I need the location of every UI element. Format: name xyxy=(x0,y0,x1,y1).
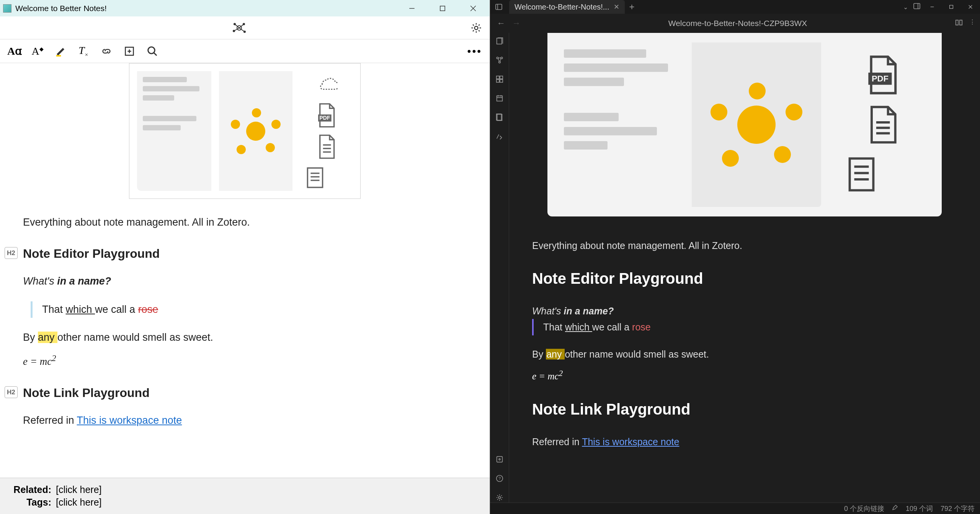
window-title: Welcome to Better Notes! xyxy=(15,4,399,13)
app-icon xyxy=(3,4,11,13)
related-value[interactable]: [click here] xyxy=(56,484,101,495)
svg-rect-61 xyxy=(849,158,873,190)
heading-link-playground: H2Note Link Playground xyxy=(23,383,467,403)
svg-rect-45 xyxy=(497,96,502,101)
link-tool[interactable] xyxy=(100,44,113,58)
referred-in: Referred in This is workspace note xyxy=(23,412,467,429)
vault-icon[interactable] xyxy=(495,454,505,464)
svg-rect-34 xyxy=(950,5,953,9)
clear-format-tool[interactable]: T× xyxy=(77,44,90,58)
search-tool[interactable] xyxy=(145,44,159,58)
tab-close-icon[interactable]: ✕ xyxy=(614,3,619,11)
workspace-note-link[interactable]: This is workspace note xyxy=(582,436,679,447)
svg-point-18 xyxy=(148,47,155,54)
reader-mode-icon[interactable] xyxy=(955,18,963,28)
svg-rect-41 xyxy=(496,76,499,79)
svg-line-19 xyxy=(154,52,157,55)
insert-tool[interactable] xyxy=(122,44,136,58)
close-button[interactable] xyxy=(460,3,487,14)
svg-rect-25 xyxy=(307,168,322,187)
new-tab-button[interactable]: + xyxy=(625,2,639,12)
by-any-other: By any other name would smell as sweet. xyxy=(23,329,467,346)
note-content[interactable]: PDF Everything about note management. Al… xyxy=(509,33,980,503)
svg-rect-14 xyxy=(56,55,61,57)
status-words[interactable]: 109 个词 xyxy=(906,504,933,513)
tags-label: Tags: xyxy=(9,497,51,508)
svg-point-52 xyxy=(499,459,500,460)
files-icon[interactable] xyxy=(495,36,505,46)
nav-forward-icon[interactable]: → xyxy=(512,18,521,28)
zotero-network-icon xyxy=(232,20,247,36)
close-button[interactable] xyxy=(961,1,980,13)
referred-in: Referred in This is workspace note xyxy=(532,434,957,450)
right-sidebar-toggle[interactable] xyxy=(911,2,923,11)
graph-icon[interactable] xyxy=(495,55,505,65)
more-options-icon[interactable]: ⋮ xyxy=(969,18,975,28)
svg-text:PDF: PDF xyxy=(872,74,889,83)
svg-point-13 xyxy=(475,26,478,29)
nav-back-icon[interactable]: ← xyxy=(497,18,505,28)
maximize-button[interactable] xyxy=(942,1,961,13)
heading-playground: H2Note Editor Playground xyxy=(23,244,467,264)
svg-rect-42 xyxy=(500,76,502,79)
daily-note-icon[interactable] xyxy=(495,93,505,103)
canvas-icon[interactable] xyxy=(495,74,505,84)
svg-rect-29 xyxy=(496,4,502,10)
svg-text:PDF: PDF xyxy=(319,115,330,121)
tags-value[interactable]: [click here] xyxy=(56,497,101,508)
zotero-window: Welcome to Better Notes! Aɑ A◆ T× ••• xyxy=(0,0,490,514)
svg-rect-44 xyxy=(500,80,502,82)
header-bar: ← → Welcome-to-Better-Notes!-CZP9B3WX ⋮ xyxy=(490,14,980,33)
svg-rect-37 xyxy=(497,38,501,44)
pdf-file-icon: PDF xyxy=(315,102,338,128)
svg-rect-51 xyxy=(497,457,502,462)
whats-in-a-name: What's in a name? xyxy=(23,273,467,290)
cloud-icon xyxy=(315,71,338,98)
pdf-file-icon: PDF xyxy=(861,54,903,96)
svg-text:?: ? xyxy=(498,476,500,481)
left-sidebar-toggle[interactable] xyxy=(490,3,508,11)
doc-file-icon xyxy=(864,104,901,146)
note-file-icon xyxy=(843,153,880,195)
intro-text: Everything about note management. All in… xyxy=(23,214,467,231)
workspace-note-link[interactable]: This is workspace note xyxy=(77,415,182,426)
svg-line-11 xyxy=(234,28,239,31)
tab-title: Welcome-to-Better-Notes!... xyxy=(514,3,609,11)
note-content[interactable]: PDF Everything about note management. Al… xyxy=(0,63,490,478)
command-icon[interactable] xyxy=(495,132,505,142)
templates-icon[interactable] xyxy=(495,112,505,122)
heading-link-playground: Note Link Playground xyxy=(532,396,957,422)
more-menu[interactable]: ••• xyxy=(467,45,482,57)
help-icon[interactable]: ? xyxy=(495,473,505,483)
tab-active[interactable]: Welcome-to-Better-Notes!... ✕ xyxy=(509,0,625,14)
font-tool[interactable]: Aɑ xyxy=(8,44,21,58)
settings-icon[interactable] xyxy=(495,493,505,503)
status-backlinks[interactable]: 0 个反向链接 xyxy=(844,504,884,513)
text-color-tool[interactable]: A◆ xyxy=(31,44,44,58)
related-label: Related: xyxy=(9,484,51,495)
h2-badge: H2 xyxy=(5,386,18,398)
edit-mode-icon[interactable] xyxy=(892,504,898,512)
minimize-button[interactable] xyxy=(399,3,425,14)
svg-rect-43 xyxy=(496,80,499,82)
whats-in-a-name: What's in a name? xyxy=(532,303,957,319)
status-chars[interactable]: 792 个字符 xyxy=(941,504,975,513)
intro-text: Everything about note management. All in… xyxy=(532,237,957,254)
footer-metadata: Related:[click here] Tags:[click here] xyxy=(0,478,490,514)
highlight-tool[interactable] xyxy=(54,44,67,58)
titlebar: Welcome to Better Notes! xyxy=(0,0,490,16)
left-rail: ? xyxy=(490,33,509,503)
breadcrumb[interactable]: Welcome-to-Better-Notes!-CZP9B3WX xyxy=(521,19,955,28)
svg-rect-1 xyxy=(440,6,445,10)
titlebar: Welcome-to-Better-Notes!... ✕ + ⌄ xyxy=(490,0,980,14)
settings-icon[interactable] xyxy=(470,22,482,34)
equation: e = mc2 xyxy=(532,367,957,385)
equation: e = mc2 xyxy=(23,351,467,370)
tab-dropdown-icon[interactable]: ⌄ xyxy=(900,3,911,11)
maximize-button[interactable] xyxy=(429,3,456,14)
editor-toolbar: Aɑ A◆ T× ••• xyxy=(0,39,490,63)
minimize-button[interactable] xyxy=(923,1,942,13)
h2-badge: H2 xyxy=(5,247,18,259)
heading-playground: Note Editor Playground xyxy=(532,265,957,291)
doc-file-icon xyxy=(315,133,338,160)
